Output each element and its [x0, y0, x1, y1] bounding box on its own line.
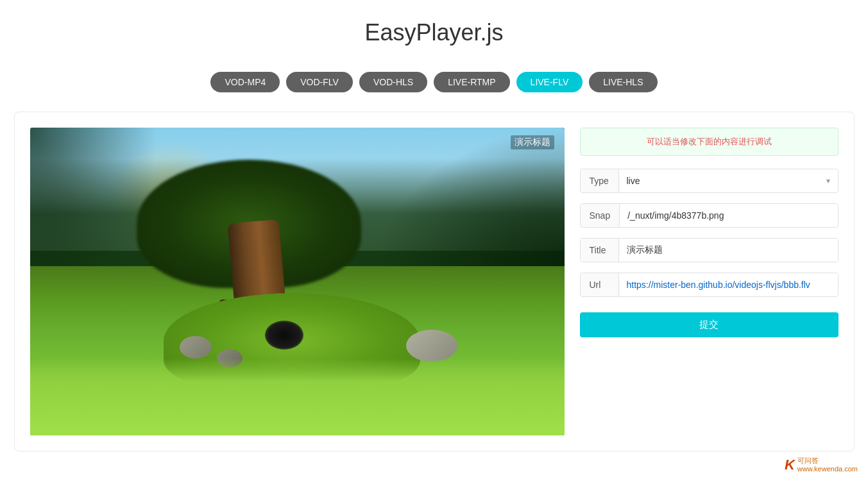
video-scene: [30, 128, 565, 435]
snap-input[interactable]: [620, 204, 837, 227]
tab-vod-hls[interactable]: VOD-HLS: [359, 72, 427, 92]
title-field-group: Title: [580, 238, 838, 262]
tab-live-hls[interactable]: LIVE-HLS: [589, 72, 657, 92]
video-panel: 演示标题: [30, 128, 565, 435]
title-label: Title: [581, 239, 619, 262]
main-card: 演示标题 可以适当修改下面的内容进行调试 Type live vod ▾ Sna…: [14, 112, 855, 451]
type-select[interactable]: live vod: [619, 169, 838, 192]
video-overlay-title: 演示标题: [511, 135, 554, 149]
url-input[interactable]: [619, 273, 838, 296]
watermark-line2: www.kewenda.com: [797, 465, 858, 473]
tab-vod-mp4[interactable]: VOD-MP4: [210, 72, 280, 92]
controls-panel: 可以适当修改下面的内容进行调试 Type live vod ▾ Snap Tit…: [580, 128, 838, 337]
rock-1: [180, 336, 212, 359]
type-select-wrapper[interactable]: live vod ▾: [619, 169, 838, 192]
watermark: K 可问答 www.kewenda.com: [785, 457, 858, 473]
tab-live-flv[interactable]: LIVE-FLV: [516, 72, 583, 92]
bottom-grass: [30, 359, 565, 435]
url-label: Url: [581, 273, 619, 296]
submit-button[interactable]: 提交: [580, 312, 838, 337]
tab-live-rtmp[interactable]: LIVE-RTMP: [434, 72, 509, 92]
snap-label: Snap: [581, 204, 620, 227]
watermark-line1: 可问答: [797, 457, 858, 465]
page-title: EasyPlayer.js: [0, 0, 868, 59]
title-input[interactable]: [619, 239, 838, 262]
rock-3: [406, 330, 457, 362]
url-field-group: Url: [580, 273, 838, 297]
tabs-container: VOD-MP4 VOD-FLV VOD-HLS LIVE-RTMP LIVE-F…: [0, 59, 868, 112]
tab-vod-flv[interactable]: VOD-FLV: [286, 72, 353, 92]
type-field-group: Type live vod ▾: [580, 169, 838, 193]
dark-hole: [265, 321, 303, 350]
info-banner: 可以适当修改下面的内容进行调试: [580, 128, 838, 156]
watermark-text: 可问答 www.kewenda.com: [797, 457, 858, 473]
type-label: Type: [581, 169, 619, 192]
snap-field-group: Snap: [580, 203, 838, 228]
watermark-k-icon: K: [785, 457, 795, 473]
